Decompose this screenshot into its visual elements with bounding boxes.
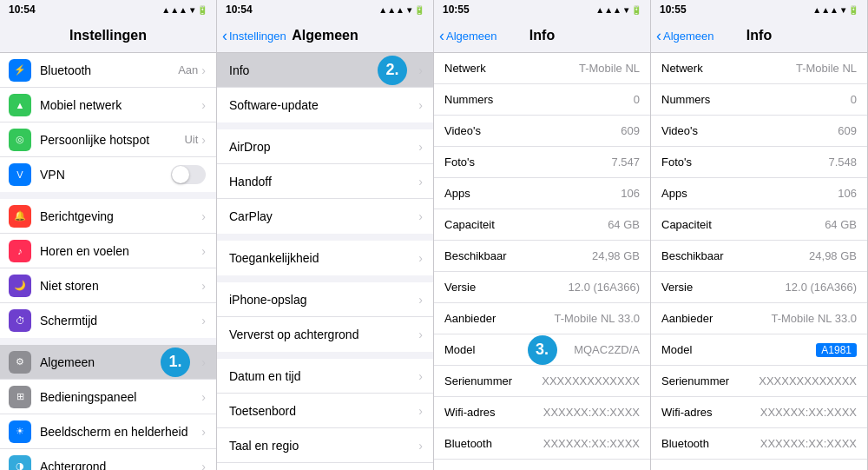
info-label: Bluetooth <box>444 437 543 450</box>
info-value: XXXXXX:XX:XXXX <box>760 406 857 419</box>
wifi-icon: ▾ <box>407 5 411 15</box>
list-item[interactable]: Software-update› <box>217 88 433 122</box>
chevron-icon: › <box>201 63 206 77</box>
battery-icon: 🔋 <box>631 5 641 15</box>
panel-panel2: 10:54 ▲▲▲ ▾ 🔋 ‹InstellingenAlgemeenInfo›… <box>217 0 434 470</box>
icon-hotspot-icon: ◎ <box>9 129 31 151</box>
info-row: Wifi-adresXXXXXX:XX:XXXX <box>651 397 867 428</box>
back-button[interactable]: ‹Algemeen <box>656 27 714 45</box>
section: iPhone-opslag›Ververst op achtergrond› <box>217 282 433 352</box>
info-label: Video's <box>661 124 838 137</box>
list-item[interactable]: ☀Beeldscherm en helderheid› <box>0 414 216 449</box>
item-label: Datum en tijd <box>229 369 418 383</box>
icon-mobile-icon: ▲ <box>9 94 31 116</box>
icon-sound-icon: ♪ <box>9 240 31 262</box>
chevron-icon: › <box>418 439 423 453</box>
info-label: Nummers <box>661 93 851 106</box>
item-label: Mobiel netwerk <box>40 98 201 112</box>
info-row: AanbiederT-Mobile NL 33.0 <box>434 303 650 334</box>
toggle-knob <box>172 166 189 183</box>
section: Info›2.Software-update› <box>217 53 433 122</box>
nav-header: ‹InstellingenAlgemeen <box>217 19 433 52</box>
battery-icon: 🔋 <box>197 5 207 15</box>
list-item[interactable]: ⏱Schermtijd› <box>0 303 216 338</box>
info-value: T-Mobile NL <box>796 62 857 75</box>
info-row: Apps106 <box>651 178 867 209</box>
list-item[interactable]: ⚡BluetoothAan› <box>0 53 216 88</box>
chevron-icon: › <box>418 98 423 112</box>
info-row: IMEIXX XXXXX XXXXX <box>651 460 867 470</box>
list-item[interactable]: ⚙Algemeen›1. <box>0 345 216 380</box>
section: Toegankelijkheid› <box>217 241 433 275</box>
list-container: NetwerkT-Mobile NLNummers0Video's609Foto… <box>651 53 867 470</box>
info-label: Netwerk <box>661 62 796 75</box>
item-label: Beeldscherm en helderheid <box>40 425 201 439</box>
nav-header: Instellingen <box>0 19 216 52</box>
info-label: Capaciteit <box>661 218 825 231</box>
info-value: 609 <box>838 124 857 137</box>
info-row: Versie12.0 (16A366) <box>651 272 867 303</box>
info-row: Video's609 <box>434 116 650 147</box>
info-label: Nummers <box>444 93 634 106</box>
list-item[interactable]: iPhone-opslag› <box>217 282 433 317</box>
info-value: 64 GB <box>825 218 857 231</box>
back-button[interactable]: ‹Instellingen <box>222 27 286 45</box>
info-value: T-Mobile NL 33.0 <box>554 312 640 325</box>
list-item[interactable]: Woordenboek› <box>217 463 433 470</box>
info-row: Foto's7.547 <box>434 147 650 178</box>
list-item[interactable]: 🔔Berichtgeving› <box>0 199 216 234</box>
item-label: Niet storen <box>40 279 201 293</box>
status-time: 10:55 <box>660 3 687 16</box>
toggle-switch[interactable] <box>171 165 206 184</box>
nav-header: ‹AlgemeenInfo <box>434 19 650 52</box>
list-item[interactable]: ▲Mobiel netwerk› <box>0 88 216 122</box>
nav-header: ‹AlgemeenInfo <box>651 19 867 52</box>
chevron-icon: › <box>418 404 423 418</box>
nav-title: Instellingen <box>69 28 147 43</box>
list-item[interactable]: 🌙Niet storen› <box>0 268 216 303</box>
info-row: IMEIXX XXXXX XXXXX <box>434 460 650 470</box>
list-item[interactable]: Info›2. <box>217 53 433 88</box>
info-label: Apps <box>661 187 838 200</box>
list-container: NetwerkT-Mobile NLNummers0Video's609Foto… <box>434 53 650 470</box>
info-label: Capaciteit <box>444 218 608 231</box>
list-item[interactable]: Ververst op achtergrond› <box>217 317 433 352</box>
signal-icon: ▲▲▲ <box>595 5 621 15</box>
info-value: A1981 <box>816 343 857 357</box>
signal-icon: ▲▲▲ <box>378 5 404 15</box>
chevron-icon: › <box>418 293 423 307</box>
item-label: Software-update <box>229 98 418 112</box>
chevron-icon: › <box>201 279 206 293</box>
item-value: Aan <box>178 63 198 76</box>
list-item[interactable]: VVPN <box>0 157 216 192</box>
list-item[interactable]: AirDrop› <box>217 129 433 164</box>
wifi-icon: ▾ <box>190 5 194 15</box>
list-item[interactable]: CarPlay› <box>217 199 433 234</box>
list-item[interactable]: Taal en regio› <box>217 428 433 463</box>
info-label: Foto's <box>444 156 611 169</box>
item-label: AirDrop <box>229 140 418 154</box>
item-label: Ververst op achtergrond <box>229 328 418 341</box>
back-button[interactable]: ‹Algemeen <box>439 27 497 45</box>
info-value: 7.547 <box>611 156 640 169</box>
item-label: Handoff <box>229 175 418 189</box>
info-value: 64 GB <box>608 218 640 231</box>
list-item[interactable]: Handoff› <box>217 164 433 199</box>
info-value: MQAC2ZD/A <box>574 343 640 356</box>
list-item[interactable]: Toetsenbord› <box>217 394 433 428</box>
info-label: Video's <box>444 124 621 137</box>
icon-wallpaper-icon: ◑ <box>9 455 31 471</box>
icon-control-icon: ⊞ <box>9 386 31 408</box>
list-item[interactable]: ◑Achtergrond› <box>0 449 216 470</box>
list-item[interactable]: ◎Persoonlijke hotspotUit› <box>0 122 216 157</box>
list-item[interactable]: Datum en tijd› <box>217 359 433 394</box>
list-container: Info›2.Software-update›AirDrop›Handoff›C… <box>217 53 433 470</box>
section-divider <box>217 352 433 359</box>
info-row: Capaciteit64 GB <box>434 209 650 241</box>
battery-icon: 🔋 <box>414 5 424 15</box>
list-item[interactable]: ⊞Bedieningspaneel› <box>0 380 216 414</box>
list-item[interactable]: ♪Horen en voelen› <box>0 234 216 268</box>
list-item[interactable]: Toegankelijkheid› <box>217 241 433 275</box>
item-label: Achtergrond <box>40 460 201 471</box>
info-row: Versie12.0 (16A366) <box>434 272 650 303</box>
